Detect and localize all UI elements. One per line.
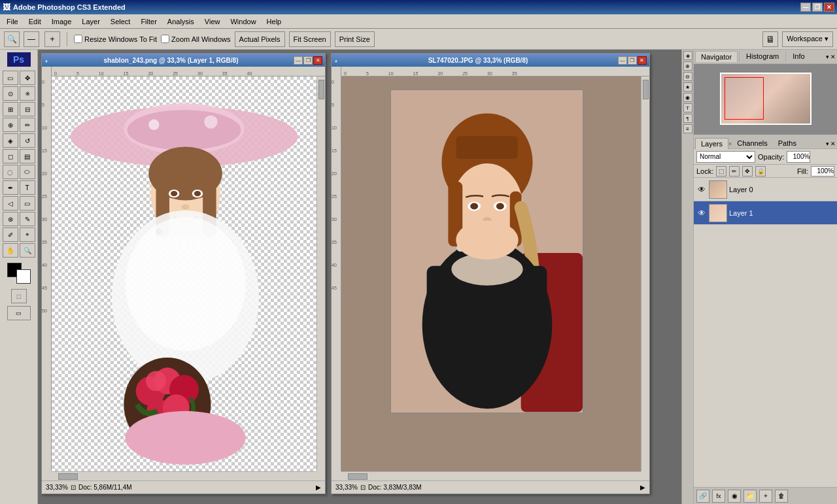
- brush-tool[interactable]: ✏: [20, 118, 35, 132]
- layers-mask-btn[interactable]: ◉: [728, 490, 741, 503]
- doc2-maximize[interactable]: ❐: [628, 56, 637, 65]
- zoom-all-input[interactable]: [161, 35, 169, 43]
- doc1-scrollbar-h[interactable]: [52, 471, 316, 480]
- blend-mode-select[interactable]: Normal: [696, 151, 755, 163]
- eraser-tool[interactable]: ◻: [3, 149, 18, 163]
- layers-close-btn[interactable]: ✕: [830, 141, 836, 147]
- lock-position-btn[interactable]: ✥: [742, 166, 753, 176]
- minimize-button[interactable]: —: [800, 3, 811, 12]
- screen-mode-tool[interactable]: ▭: [7, 306, 31, 320]
- doc2-minimize[interactable]: —: [618, 56, 627, 65]
- menu-analysis[interactable]: Analysis: [163, 16, 198, 27]
- doc2-close[interactable]: ✕: [638, 56, 647, 65]
- layers-new-btn[interactable]: +: [759, 490, 772, 503]
- layers-group-btn[interactable]: 📁: [743, 490, 757, 503]
- panel-delete-btn[interactable]: ⊖: [683, 72, 692, 81]
- nav-collapse-btn[interactable]: ▾: [826, 54, 829, 60]
- tab-navigator[interactable]: Navigator: [695, 51, 738, 62]
- lock-all-btn[interactable]: 🔒: [755, 166, 766, 176]
- layer-item-1[interactable]: 👁 Layer 1: [694, 201, 837, 225]
- pen-tool[interactable]: ✒: [3, 180, 18, 195]
- ruler-tool[interactable]: ⌖: [20, 227, 35, 242]
- lock-transparent-btn[interactable]: ⬚: [716, 166, 726, 176]
- dodge-tool[interactable]: ⬭: [20, 165, 35, 179]
- type-tool[interactable]: T: [20, 180, 35, 195]
- panel-arrange-btn[interactable]: ◈: [683, 51, 692, 60]
- close-button[interactable]: ✕: [824, 3, 834, 12]
- healing-tool[interactable]: ⊕: [3, 118, 18, 132]
- menu-help[interactable]: Help: [263, 16, 286, 27]
- eyedropper-tool[interactable]: ✐: [3, 227, 18, 242]
- layer-item-0[interactable]: 👁 Layer 0: [694, 178, 837, 201]
- workspace-button[interactable]: Workspace ▾: [782, 31, 833, 47]
- navigator-content[interactable]: [694, 64, 837, 133]
- menu-image[interactable]: Image: [48, 16, 76, 27]
- panel-text-btn[interactable]: T: [683, 103, 692, 112]
- fit-screen-button[interactable]: Fit Screen: [289, 31, 331, 47]
- quick-mask-tool[interactable]: ⬚: [11, 289, 27, 303]
- tab-paths[interactable]: Paths: [773, 138, 802, 148]
- zoom-plus-button[interactable]: +: [44, 31, 60, 47]
- resize-windows-checkbox[interactable]: Resize Windows To Fit: [74, 35, 157, 43]
- layers-expand-btn[interactable]: ▾: [826, 141, 829, 147]
- zoom-minus-button[interactable]: —: [24, 31, 39, 47]
- actual-pixels-button[interactable]: Actual Pixels: [235, 31, 285, 47]
- layers-trash-btn[interactable]: 🗑: [775, 490, 788, 503]
- doc1-minimize[interactable]: —: [294, 56, 303, 65]
- title-bar-controls[interactable]: — ❐ ✕: [800, 3, 834, 12]
- layers-fx-btn[interactable]: fx: [712, 490, 725, 503]
- menu-select[interactable]: Select: [107, 16, 135, 27]
- color-swatches[interactable]: [7, 263, 31, 284]
- 3d-rotate-tool[interactable]: ⊛: [3, 212, 18, 226]
- nav-close-btn[interactable]: ✕: [830, 54, 836, 60]
- annotation-tool[interactable]: ✎: [20, 212, 35, 226]
- doc1-maximize[interactable]: ❐: [303, 56, 313, 65]
- tab-info[interactable]: Info: [787, 51, 810, 62]
- lasso-tool[interactable]: ⊙: [3, 86, 18, 101]
- menu-view[interactable]: View: [201, 16, 224, 27]
- tab-histogram[interactable]: Histogram: [741, 51, 784, 62]
- panel-mask-btn[interactable]: ◉: [683, 93, 692, 102]
- tab-layers[interactable]: Layers: [695, 138, 728, 149]
- layer-1-eye[interactable]: 👁: [696, 208, 707, 218]
- print-size-button[interactable]: Print Size: [335, 31, 375, 47]
- resize-checkbox-input[interactable]: [74, 35, 82, 43]
- slice-tool[interactable]: ⊟: [20, 102, 35, 116]
- doc2-canvas[interactable]: [341, 76, 641, 471]
- zoom-tool[interactable]: 🔍: [20, 243, 35, 258]
- marquee-tool[interactable]: ▭: [3, 71, 18, 85]
- tab-channels[interactable]: Channels: [732, 138, 772, 148]
- panel-paragraph-btn[interactable]: ¶: [683, 114, 692, 123]
- menu-filter[interactable]: Filter: [137, 16, 160, 27]
- doc2-titlebar[interactable]: ⬧ SL747020.JPG @ 33,3% (RGB/8) — ❐ ✕: [332, 54, 649, 67]
- doc2-scrollbar-h[interactable]: [341, 471, 641, 480]
- doc1-titlebar[interactable]: ⬧ shablon_243.png @ 33,3% (Layer 1, RGB/…: [42, 54, 325, 67]
- hand-tool[interactable]: ✋: [3, 243, 18, 258]
- doc1-canvas[interactable]: [52, 76, 316, 471]
- panel-list-btn[interactable]: ≡: [683, 124, 692, 133]
- layer-0-eye[interactable]: 👁: [696, 184, 707, 195]
- menu-file[interactable]: File: [3, 16, 22, 27]
- layers-link-btn[interactable]: 🔗: [696, 490, 709, 503]
- menu-layer[interactable]: Layer: [78, 16, 104, 27]
- doc1-scrollbar-v[interactable]: [316, 76, 325, 471]
- doc1-controls[interactable]: — ❐ ✕: [294, 56, 322, 65]
- fill-tool[interactable]: ▤: [20, 149, 35, 163]
- doc2-scrollbar-v[interactable]: [641, 76, 649, 471]
- doc1-close[interactable]: ✕: [313, 56, 322, 65]
- history-tool[interactable]: ↺: [20, 133, 35, 148]
- move-tool[interactable]: ✥: [20, 71, 35, 85]
- doc2-controls[interactable]: — ❐ ✕: [618, 56, 647, 65]
- zoom-all-checkbox[interactable]: Zoom All Windows: [161, 35, 230, 43]
- background-color[interactable]: [16, 269, 31, 284]
- panel-new-btn[interactable]: ⊕: [683, 61, 692, 71]
- opacity-input[interactable]: [787, 151, 810, 163]
- panel-effects-btn[interactable]: ★: [683, 82, 692, 92]
- lock-pixels-btn[interactable]: ✏: [729, 166, 740, 176]
- shape-tool[interactable]: ▭: [20, 196, 35, 210]
- crop-tool[interactable]: ⊞: [3, 102, 18, 116]
- path-tool[interactable]: ◁: [3, 196, 18, 210]
- maximize-button[interactable]: ❐: [812, 3, 823, 12]
- menu-window[interactable]: Window: [226, 16, 260, 27]
- menu-edit[interactable]: Edit: [25, 16, 45, 27]
